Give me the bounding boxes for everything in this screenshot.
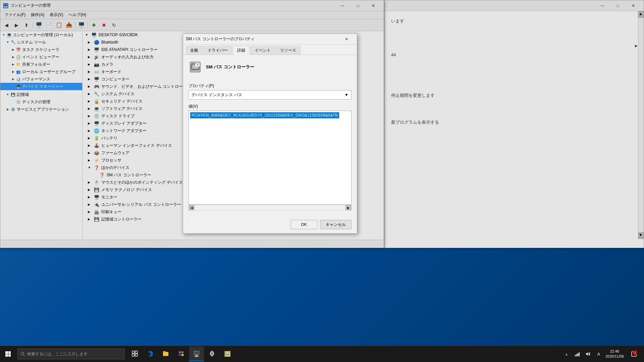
device-icon: ? [189,60,202,74]
tray-show-hidden[interactable]: ▲ [562,347,571,361]
svg-rect-9 [132,354,135,356]
taskbar-app-explorer[interactable] [158,347,173,361]
svg-rect-2 [192,69,199,70]
dialog-titlebar: SM バス コントローラーのプロパティ ✕ [183,34,357,45]
device-icon-svg: ? [191,62,200,72]
windows-logo-icon [5,351,11,357]
search-icon [20,352,25,356]
taskbar-sys-tray: ▲ A [562,347,644,361]
network-icon [575,351,580,357]
scrollbar-track-h[interactable] [195,205,345,210]
property-dropdown-value: デバイス インスタンス パス [192,92,242,98]
device-name: SM バス コントローラー [206,64,254,70]
svg-marker-23 [586,352,588,356]
taskbar-apps: 🖥️ 🖼️ [127,347,235,361]
svg-rect-20 [577,354,578,356]
svg-text:?: ? [197,63,199,67]
svg-rect-19 [576,354,577,356]
taskbar-app-taskview[interactable] [127,347,142,361]
svg-rect-22 [579,352,580,356]
dialog-buttons: OK キャンセル [183,216,357,233]
svg-rect-15 [179,354,181,356]
svg-rect-10 [135,354,138,356]
taskbar-app-store[interactable] [174,347,189,361]
task-view-icon [132,351,138,357]
svg-rect-8 [135,351,138,353]
tab-events[interactable]: イベント [250,46,275,55]
taskbar-app-extras[interactable]: 🖼️ [220,347,235,361]
dialog-tabs: 全般 ドライバー 詳細 イベント リソース [183,45,357,55]
taskbar-app-settings[interactable] [205,347,219,361]
svg-rect-7 [132,351,135,353]
taskbar-time-display[interactable]: 22:46 2020/11/06 [605,349,624,359]
svg-rect-21 [578,353,579,356]
svg-rect-14 [181,351,183,353]
value-box[interactable]: PCI#VEN_8086&DEV_9CA2&SUBSYS_33101558&RE… [189,111,352,204]
scrollbar-right-btn[interactable]: ▶ [345,205,351,210]
desktop: — □ ✕ います 44 停止期間を変更します 新プログラムを表示する ▲ ▼ … [0,0,644,362]
svg-rect-16 [181,354,183,356]
svg-rect-11 [163,352,168,356]
tab-general[interactable]: 全般 [186,46,203,55]
value-text: PCI#VEN_8086&DEV_9CA2&SUBSYS_33101558&RE… [190,112,339,118]
tab-resources[interactable]: リソース [276,46,301,55]
store-icon [178,350,184,357]
taskbar-app-edge[interactable] [143,347,158,361]
taskbar-notification-button[interactable]: 3 [627,347,641,361]
taskbar-app-compmgmt[interactable]: 🖥️ [189,347,204,361]
dialog-ok-button[interactable]: OK [290,220,317,229]
dialog-cancel-button[interactable]: キャンセル [320,220,352,229]
dialog-content: ? SM バス コントローラー プロパティ(P) デバイス インスタンス パス … [183,55,357,216]
value-scrollbar-h[interactable]: ◀ ▶ [189,205,352,210]
taskbar-search-bar[interactable]: 検索するには、ここに入力します [17,349,125,359]
tab-details[interactable]: 詳細 [233,46,250,55]
settings-icon [209,350,215,357]
svg-rect-13 [179,351,181,353]
notification-badge: 3 [633,350,637,355]
tray-network-icon[interactable] [573,347,581,361]
svg-point-5 [21,352,24,355]
taskbar-time: 22:46 [605,349,624,354]
explorer-icon [162,350,169,357]
device-icon-img: ? [190,62,201,72]
svg-rect-12 [163,351,166,352]
device-header: ? SM バス コントローラー [189,60,352,78]
tab-driver[interactable]: ドライバー [203,46,232,55]
taskbar-start-button[interactable] [0,346,16,362]
properties-dialog: SM バス コントローラーのプロパティ ✕ 全般 ドライバー 詳細 イベント リ… [183,34,357,234]
taskbar: 検索するには、ここに入力します [0,346,644,362]
svg-rect-18 [575,355,576,356]
property-dropdown-arrow: ▼ [344,93,348,97]
taskbar-date: 2020/11/06 [605,354,624,359]
dialog-close-button[interactable]: ✕ [339,34,354,45]
property-dropdown[interactable]: デバイス インスタンス パス ▼ [189,90,352,100]
svg-point-17 [211,353,213,355]
taskbar-search-text: 検索するには、ここに入力します [27,351,88,357]
edge-icon [147,350,154,357]
scrollbar-left-btn[interactable]: ◀ [189,205,195,210]
property-label: プロパティ(P) [189,83,352,89]
volume-icon [585,351,591,357]
tray-volume-icon[interactable] [584,347,592,361]
dialog-title: SM バス コントローラーのプロパティ [186,36,339,42]
value-label: 値(V) [189,104,352,109]
svg-line-6 [23,355,25,356]
tray-language-icon[interactable]: A [595,347,603,361]
